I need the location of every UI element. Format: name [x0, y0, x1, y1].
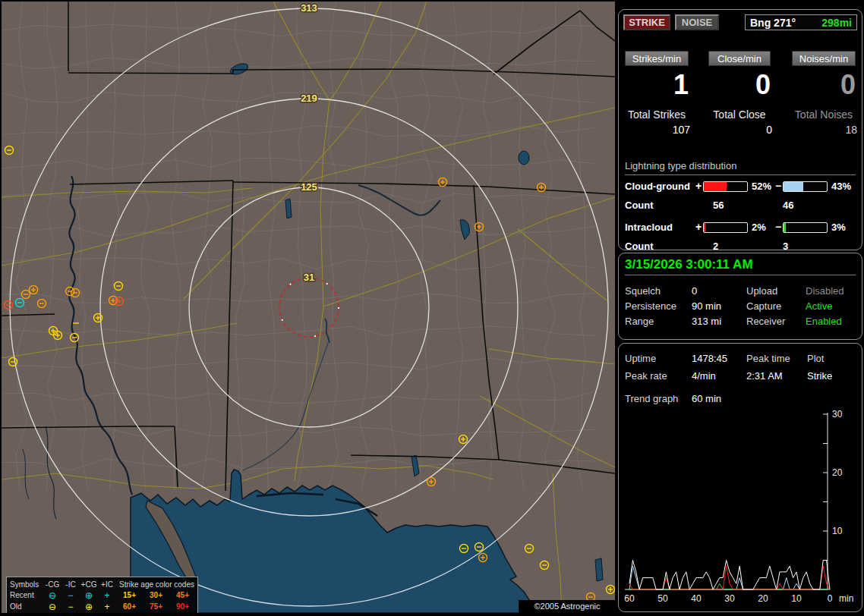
minus-sign: −	[775, 221, 781, 233]
circle-minus-icon: ⊖	[43, 591, 61, 600]
x-tick-label: 50	[657, 593, 668, 604]
cloud-ground-label: Cloud-ground	[625, 181, 690, 192]
uptime-label: Uptime	[625, 353, 656, 364]
receiver-status: Enabled	[806, 316, 842, 327]
ic-count-label: Count	[625, 240, 654, 252]
uptime-value: 1478:45	[692, 353, 727, 364]
cg-pos-count: 56	[713, 200, 724, 211]
pos-ic-bar	[703, 222, 748, 233]
pos-cg-bar	[703, 181, 748, 192]
range-value: 313 mi	[692, 316, 721, 327]
pos-cg-percent: 52%	[752, 181, 771, 192]
cg-neg-count: 46	[783, 200, 793, 211]
distribution-title: Lightning type distribution	[625, 160, 736, 171]
x-tick-label: 10	[791, 593, 802, 604]
trend-series-total	[629, 561, 830, 590]
total-close-label: Total Close	[705, 108, 774, 121]
bearing-indicator: Bng 271° 298mi	[745, 14, 857, 30]
pos-ic-percent: 2%	[752, 222, 766, 233]
persistence-label: Persistence	[625, 300, 676, 312]
neg-ic-percent: 3%	[831, 222, 846, 233]
capture-label: Capture	[746, 300, 781, 312]
x-tick-label: 20	[758, 593, 768, 604]
plus-sign: +	[695, 180, 702, 192]
range-label: Range	[625, 316, 654, 327]
intracloud-label: Intracloud	[625, 222, 673, 233]
datetime-display: 3/15/2026 3:00:11 AM	[625, 257, 753, 272]
bearing-value: Bng 271°	[750, 17, 796, 29]
receiver-label: Receiver	[746, 316, 785, 327]
stats-panel: STRIKE NOISE Bng 271° 298mi Strikes/min …	[618, 9, 862, 250]
plot-label: Plot	[807, 353, 824, 364]
peak-time-value: 2:31 AM	[746, 370, 783, 382]
ic-neg-count: 3	[783, 240, 788, 252]
range-ring-label: 125	[301, 181, 317, 193]
age-code-90: 90+	[169, 602, 196, 611]
upload-label: Upload	[746, 285, 777, 297]
age-code-45: 45+	[169, 591, 196, 599]
peak-rate-value: 4/min	[692, 370, 716, 382]
strikes-per-min-chip: Strikes/min	[625, 51, 689, 66]
legend-row-label: Recent	[10, 591, 43, 599]
legend-header-symbols: Symbols	[10, 580, 43, 589]
plus-icon: +	[98, 602, 116, 611]
y-tick-label: 10	[832, 526, 843, 536]
legend-age-title: Strike age color codes	[116, 580, 197, 589]
bearing-distance: 298mi	[821, 17, 852, 29]
x-axis-unit: min	[839, 593, 853, 604]
neg-cg-bar	[783, 181, 828, 192]
ic-pos-count: 2	[713, 240, 718, 252]
copyright-notice: ©2005 Astrogenic Systems	[519, 600, 615, 613]
total-noises-value: 18	[792, 124, 860, 136]
total-strikes-value: 107	[625, 124, 693, 136]
range-ring-label: 313	[301, 2, 317, 14]
range-ring-label: 31	[304, 272, 314, 283]
minus-icon: −	[61, 591, 80, 600]
capture-status: Active	[806, 300, 832, 312]
legend-row-label: Old	[10, 602, 43, 611]
circle-plus-icon: ⊕	[80, 602, 98, 611]
circle-plus-icon: ⊕	[80, 591, 98, 600]
noises-per-min-value: 0	[792, 69, 860, 101]
x-tick-label: 30	[724, 593, 735, 604]
minus-sign: −	[775, 180, 781, 192]
trend-graph-value: 60 min	[692, 393, 721, 404]
squelch-label: Squelch	[625, 285, 661, 297]
strikes-per-min-value: 1	[625, 69, 693, 101]
close-per-min-chip: Close/min	[708, 51, 771, 66]
map-canvas: 31125219313	[2, 2, 615, 613]
trend-series-negative_cg	[629, 566, 830, 589]
neg-ic-bar	[783, 222, 828, 233]
control-panel: STRIKE NOISE Bng 271° 298mi Strikes/min …	[616, 0, 864, 616]
strike-mode-button[interactable]: STRIKE	[623, 14, 670, 30]
noise-mode-button[interactable]: NOISE	[675, 14, 719, 30]
plot-value: Strike	[807, 370, 832, 382]
x-tick-label: 0	[828, 593, 833, 604]
age-code-60: 60+	[116, 602, 143, 611]
x-tick-label: 60	[624, 593, 635, 604]
squelch-value: 0	[692, 285, 697, 297]
legend-header-neg-ic: -IC	[61, 580, 80, 589]
app-window: 31125219313 Symbols -CG -IC +CG +IC Stri…	[0, 0, 864, 616]
y-tick-label: 20	[832, 467, 843, 478]
total-close-value: 0	[708, 124, 775, 136]
plus-icon: +	[98, 591, 116, 600]
neg-cg-percent: 43%	[831, 181, 851, 192]
peak-rate-label: Peak rate	[625, 370, 667, 382]
cg-count-label: Count	[625, 200, 654, 211]
circle-minus-icon: ⊖	[43, 602, 61, 611]
status-panel: 3/15/2026 3:00:11 AM Squelch 0 Upload Di…	[618, 253, 862, 340]
age-code-15: 15+	[116, 591, 143, 599]
trend-graph-label: Trend graph	[625, 393, 678, 404]
legend-header-pos-ic: +IC	[98, 580, 116, 589]
y-tick-label: 30	[832, 409, 843, 420]
persistence-value: 90 min	[692, 300, 721, 312]
legend-header-pos-cg: +CG	[80, 580, 98, 589]
divider	[625, 174, 856, 175]
trend-series-positive_cg	[629, 566, 830, 589]
lightning-map[interactable]: 31125219313 Symbols -CG -IC +CG +IC Stri…	[2, 2, 615, 613]
symbol-legend: Symbols -CG -IC +CG +IC Strike age color…	[6, 577, 198, 613]
minus-icon: −	[61, 602, 80, 611]
total-strikes-label: Total Strikes	[622, 108, 692, 121]
x-tick-label: 40	[691, 593, 702, 604]
